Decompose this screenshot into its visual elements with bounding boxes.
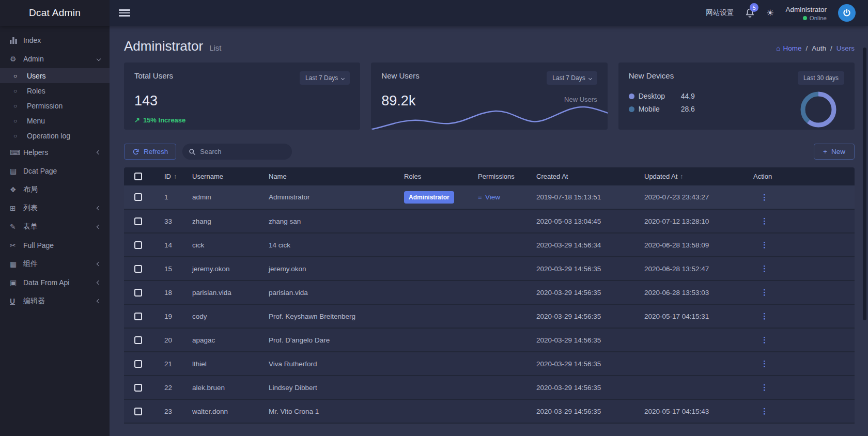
sidebar-item-admin[interactable]: ⚙ Admin: [0, 50, 110, 68]
sidebar-item-menu[interactable]: ○ Menu: [0, 113, 110, 128]
chevron-down-icon: [341, 76, 345, 80]
page-header: Administrator List ⌂ Home / Auth / Users: [124, 38, 855, 54]
keyboard-icon: ⌨: [10, 148, 23, 157]
row-checkbox[interactable]: [134, 360, 142, 368]
new-users-period-dropdown[interactable]: Last 7 Days: [547, 71, 597, 85]
total-users-title: Total Users: [134, 71, 173, 80]
row-checkbox[interactable]: [134, 384, 142, 392]
role-badge: Administrator: [404, 191, 454, 204]
row-checkbox[interactable]: [134, 217, 142, 225]
row-checkbox[interactable]: [134, 265, 142, 273]
refresh-icon: [132, 148, 140, 155]
total-users-value: 143: [134, 93, 350, 109]
online-dot-icon: [803, 16, 807, 20]
sidebar-item-users[interactable]: ○ Users: [0, 68, 110, 83]
row-checkbox[interactable]: [134, 408, 142, 415]
row-actions-menu[interactable]: ⋮: [753, 407, 768, 416]
theme-sun-icon[interactable]: ☀: [766, 8, 774, 19]
chevron-left-icon: [97, 206, 101, 210]
scissors-icon: ✂: [10, 241, 23, 250]
column-id[interactable]: ID↑: [158, 167, 186, 185]
column-updated-at[interactable]: Updated At↑: [638, 167, 747, 185]
row-actions-menu[interactable]: ⋮: [753, 335, 768, 345]
notifications-button[interactable]: 5: [745, 8, 755, 18]
top-navbar: Dcat Admin 网站设置 5 ☀ Administrator: [0, 0, 868, 26]
vertical-scrollbar[interactable]: [863, 48, 866, 320]
mobile-dot-icon: [629, 106, 634, 112]
search-icon: [189, 148, 196, 155]
circle-icon: ○: [13, 87, 27, 95]
new-users-card: New Users Last 7 Days 89.2k New Users: [371, 63, 607, 130]
sidebar-item-form[interactable]: ✎ 表单: [0, 217, 110, 236]
sidebar-item-editor[interactable]: U 编辑器: [0, 292, 110, 310]
sidebar-item-permission[interactable]: ○ Permission: [0, 98, 110, 113]
table-row: 20 apagac Prof. D'angelo Dare 2020-03-29…: [124, 328, 855, 352]
row-checkbox[interactable]: [134, 193, 142, 201]
breadcrumb-auth: Auth: [812, 44, 826, 52]
row-checkbox[interactable]: [134, 336, 142, 344]
sidebar-item-index[interactable]: Index: [0, 31, 110, 50]
table-row: 21 lthiel Viva Rutherford 2020-03-29 14:…: [124, 352, 855, 376]
grid-icon: ⊞: [10, 204, 23, 212]
row-checkbox[interactable]: [134, 241, 142, 249]
new-users-line-chart: [371, 99, 607, 130]
legend-item-desktop: Desktop 44.9: [629, 92, 695, 100]
sidebar-item-list[interactable]: ⊞ 列表: [0, 199, 110, 217]
column-roles: Roles: [398, 167, 472, 185]
chevron-left-icon: [97, 150, 101, 154]
metric-cards: Total Users Last 7 Days 143 ↗ 15% Increa…: [124, 63, 855, 130]
select-all-checkbox[interactable]: [134, 173, 142, 180]
file-icon: ▤: [10, 167, 23, 175]
page-subtitle: List: [209, 43, 221, 52]
site-settings-link[interactable]: 网站设置: [706, 8, 734, 18]
sidebar-item-layout[interactable]: ❖ 布局: [0, 180, 110, 199]
view-permissions-link[interactable]: ≡View: [478, 193, 500, 201]
search-input[interactable]: [200, 148, 286, 155]
power-icon: [842, 8, 851, 18]
row-actions-menu[interactable]: ⋮: [753, 383, 768, 392]
sidebar-item-operation-log[interactable]: ○ Operation log: [0, 128, 110, 143]
new-button[interactable]: + New: [814, 144, 855, 160]
gear-icon: ⚙: [10, 55, 23, 63]
user-block: Administrator Online: [785, 4, 827, 22]
bar-chart-icon: [10, 37, 23, 44]
row-actions-menu[interactable]: ⋮: [753, 216, 768, 226]
row-actions-menu[interactable]: ⋮: [753, 264, 768, 273]
sort-asc-icon: ↑: [174, 173, 177, 180]
table-row: 18 parisian.vida parisian.vida 2020-03-2…: [124, 281, 855, 304]
total-users-period-dropdown[interactable]: Last 7 Days: [300, 71, 350, 85]
new-devices-period-button[interactable]: Last 30 days: [798, 71, 844, 85]
plus-icon: +: [823, 148, 827, 155]
column-action: Action: [747, 167, 855, 185]
sidebar-item-data-from-api[interactable]: ▣ Data From Api: [0, 273, 110, 292]
row-actions-menu[interactable]: ⋮: [753, 312, 768, 321]
sidebar-item-full-page[interactable]: ✂ Full Page: [0, 236, 110, 255]
sidebar-item-helpers[interactable]: ⌨ Helpers: [0, 143, 110, 162]
breadcrumb-users-link[interactable]: Users: [836, 44, 855, 52]
refresh-button[interactable]: Refresh: [124, 144, 176, 160]
sidebar-item-roles[interactable]: ○ Roles: [0, 83, 110, 98]
breadcrumb-separator: /: [805, 44, 808, 52]
row-checkbox[interactable]: [134, 289, 142, 297]
row-actions-menu[interactable]: ⋮: [753, 359, 768, 368]
row-checkbox[interactable]: [134, 313, 142, 320]
sidebar-item-components[interactable]: ▦ 组件: [0, 255, 110, 273]
column-permissions: Permissions: [472, 167, 530, 185]
row-actions-menu[interactable]: ⋮: [753, 193, 768, 202]
row-actions-menu[interactable]: ⋮: [753, 240, 768, 250]
underline-icon: U: [10, 297, 23, 305]
row-actions-menu[interactable]: ⋮: [753, 288, 768, 297]
chevron-left-icon: [97, 262, 101, 266]
total-users-trend: ↗ 15% Increase: [134, 116, 350, 124]
column-name: Name: [262, 167, 398, 185]
notification-count-badge: 5: [750, 3, 758, 12]
api-icon: ▣: [10, 278, 23, 287]
breadcrumb-home-link[interactable]: ⌂ Home: [776, 44, 801, 52]
table-row: 1 admin Administrator Administrator ≡Vie…: [124, 185, 855, 209]
user-avatar-power-button[interactable]: [838, 4, 856, 22]
brand-logo[interactable]: Dcat Admin: [0, 0, 110, 26]
sidebar-item-dcat-page[interactable]: ▤ Dcat Page: [0, 162, 110, 180]
table-row: 15 jeremy.okon jeremy.okon 2020-03-29 14…: [124, 257, 855, 281]
new-devices-title: New Devices: [629, 71, 674, 80]
sidebar-toggle-button[interactable]: [119, 9, 130, 17]
